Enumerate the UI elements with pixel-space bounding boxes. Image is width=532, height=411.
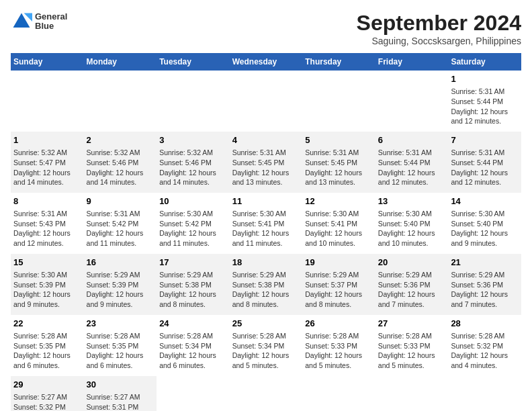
day-info: Sunrise: 5:31 AMSunset: 5:44 PMDaylight:… — [451, 87, 508, 125]
day-info: Sunrise: 5:30 AMSunset: 5:39 PMDaylight:… — [13, 271, 71, 308]
day-info: Sunrise: 5:32 AMSunset: 5:47 PMDaylight:… — [13, 148, 71, 186]
day-info: Sunrise: 5:28 AMSunset: 5:35 PMDaylight:… — [87, 332, 144, 369]
calendar-cell: 8Sunrise: 5:31 AMSunset: 5:43 PMDaylight… — [11, 193, 84, 254]
day-info: Sunrise: 5:30 AMSunset: 5:42 PMDaylight:… — [159, 210, 216, 247]
calendar-week-row: 1Sunrise: 5:31 AMSunset: 5:44 PMDaylight… — [11, 71, 521, 132]
day-info: Sunrise: 5:28 AMSunset: 5:33 PMDaylight:… — [378, 332, 435, 369]
day-number: 7 — [451, 134, 519, 146]
day-info: Sunrise: 5:31 AMSunset: 5:44 PMDaylight:… — [451, 148, 508, 186]
day-info: Sunrise: 5:29 AMSunset: 5:39 PMDaylight:… — [87, 271, 144, 308]
col-thursday: Thursday — [302, 53, 375, 71]
calendar-cell: 13Sunrise: 5:30 AMSunset: 5:40 PMDayligh… — [375, 193, 449, 254]
day-info: Sunrise: 5:30 AMSunset: 5:41 PMDaylight:… — [232, 210, 290, 247]
day-info: Sunrise: 5:29 AMSunset: 5:38 PMDaylight:… — [159, 271, 216, 308]
day-info: Sunrise: 5:31 AMSunset: 5:44 PMDaylight:… — [378, 148, 435, 186]
calendar-cell: 9Sunrise: 5:31 AMSunset: 5:42 PMDaylight… — [84, 193, 157, 254]
calendar-cell — [375, 71, 449, 132]
day-number: 10 — [159, 195, 227, 208]
day-info: Sunrise: 5:28 AMSunset: 5:32 PMDaylight:… — [451, 332, 508, 369]
col-monday: Monday — [84, 53, 157, 71]
calendar-cell: 11Sunrise: 5:30 AMSunset: 5:41 PMDayligh… — [230, 193, 303, 254]
calendar-cell: 15Sunrise: 5:30 AMSunset: 5:39 PMDayligh… — [11, 254, 84, 315]
day-info: Sunrise: 5:27 AMSunset: 5:32 PMDaylight:… — [13, 393, 71, 411]
day-number: 5 — [305, 134, 373, 146]
calendar-cell: 28Sunrise: 5:28 AMSunset: 5:32 PMDayligh… — [448, 315, 521, 376]
calendar-cell: 24Sunrise: 5:28 AMSunset: 5:34 PMDayligh… — [157, 315, 230, 376]
day-info: Sunrise: 5:32 AMSunset: 5:46 PMDaylight:… — [159, 148, 216, 186]
day-info: Sunrise: 5:31 AMSunset: 5:45 PMDaylight:… — [232, 148, 290, 186]
calendar-cell: 10Sunrise: 5:30 AMSunset: 5:42 PMDayligh… — [157, 193, 230, 254]
calendar-cell — [302, 71, 375, 132]
calendar-cell: 3Sunrise: 5:32 AMSunset: 5:46 PMDaylight… — [157, 132, 230, 193]
calendar-cell: 6Sunrise: 5:31 AMSunset: 5:44 PMDaylight… — [375, 132, 449, 193]
day-number: 12 — [305, 195, 373, 208]
calendar-cell: 25Sunrise: 5:28 AMSunset: 5:34 PMDayligh… — [230, 315, 303, 376]
day-info: Sunrise: 5:31 AMSunset: 5:45 PMDaylight:… — [305, 148, 362, 186]
day-info: Sunrise: 5:30 AMSunset: 5:41 PMDaylight:… — [305, 210, 362, 247]
calendar-cell — [157, 71, 230, 132]
day-number: 18 — [232, 257, 300, 269]
calendar-cell: 21Sunrise: 5:29 AMSunset: 5:36 PMDayligh… — [448, 254, 521, 315]
day-info: Sunrise: 5:29 AMSunset: 5:38 PMDaylight:… — [232, 271, 290, 308]
col-tuesday: Tuesday — [157, 53, 230, 71]
page-title: September 2024 — [357, 11, 521, 36]
calendar-week-row: 1Sunrise: 5:32 AMSunset: 5:47 PMDaylight… — [11, 132, 521, 193]
day-info: Sunrise: 5:29 AMSunset: 5:36 PMDaylight:… — [451, 271, 508, 308]
calendar-cell: 20Sunrise: 5:29 AMSunset: 5:36 PMDayligh… — [375, 254, 449, 315]
calendar-cell: 27Sunrise: 5:28 AMSunset: 5:33 PMDayligh… — [375, 315, 449, 376]
header: General Blue September 2024 Saguing, Soc… — [11, 11, 521, 46]
day-number: 8 — [13, 195, 81, 208]
calendar-cell: 17Sunrise: 5:29 AMSunset: 5:38 PMDayligh… — [157, 254, 230, 315]
calendar-cell — [375, 376, 449, 411]
calendar-cell: 16Sunrise: 5:29 AMSunset: 5:39 PMDayligh… — [84, 254, 157, 315]
day-number: 25 — [232, 318, 300, 330]
calendar-cell: 23Sunrise: 5:28 AMSunset: 5:35 PMDayligh… — [84, 315, 157, 376]
day-number: 17 — [159, 257, 227, 269]
logo: General Blue — [11, 11, 67, 32]
calendar-cell — [448, 376, 521, 411]
day-number: 28 — [451, 318, 519, 330]
day-number: 9 — [87, 195, 154, 208]
day-info: Sunrise: 5:28 AMSunset: 5:33 PMDaylight:… — [305, 332, 362, 369]
calendar-cell: 30Sunrise: 5:27 AMSunset: 5:31 PMDayligh… — [84, 376, 157, 411]
day-number: 15 — [13, 257, 81, 269]
col-saturday: Saturday — [448, 53, 521, 71]
calendar-cell: 18Sunrise: 5:29 AMSunset: 5:38 PMDayligh… — [230, 254, 303, 315]
calendar-cell — [157, 376, 230, 411]
calendar-cell: 4Sunrise: 5:31 AMSunset: 5:45 PMDaylight… — [230, 132, 303, 193]
calendar-cell: 14Sunrise: 5:30 AMSunset: 5:40 PMDayligh… — [448, 193, 521, 254]
day-number: 6 — [378, 134, 446, 146]
day-number: 30 — [87, 379, 154, 391]
calendar-cell: 7Sunrise: 5:31 AMSunset: 5:44 PMDaylight… — [448, 132, 521, 193]
day-number: 3 — [159, 134, 227, 146]
col-friday: Friday — [375, 53, 449, 71]
calendar-cell: 12Sunrise: 5:30 AMSunset: 5:41 PMDayligh… — [302, 193, 375, 254]
day-info: Sunrise: 5:28 AMSunset: 5:35 PMDaylight:… — [13, 332, 71, 369]
page-subtitle: Saguing, Soccsksargen, Philippines — [357, 36, 521, 46]
day-number: 13 — [378, 195, 446, 208]
day-number: 16 — [87, 257, 154, 269]
calendar-cell — [230, 71, 303, 132]
logo-text: General Blue — [35, 12, 67, 32]
day-number: 27 — [378, 318, 446, 330]
calendar-week-row: 29Sunrise: 5:27 AMSunset: 5:32 PMDayligh… — [11, 376, 521, 411]
day-info: Sunrise: 5:28 AMSunset: 5:34 PMDaylight:… — [159, 332, 216, 369]
day-info: Sunrise: 5:30 AMSunset: 5:40 PMDaylight:… — [378, 210, 435, 247]
calendar-cell — [230, 376, 303, 411]
day-number: 24 — [159, 318, 227, 330]
calendar-cell: 1Sunrise: 5:32 AMSunset: 5:47 PMDaylight… — [11, 132, 84, 193]
calendar-cell: 1Sunrise: 5:31 AMSunset: 5:44 PMDaylight… — [448, 71, 521, 132]
day-info: Sunrise: 5:29 AMSunset: 5:37 PMDaylight:… — [305, 271, 362, 308]
calendar-cell: 2Sunrise: 5:32 AMSunset: 5:46 PMDaylight… — [84, 132, 157, 193]
calendar-cell — [11, 71, 84, 132]
title-block: September 2024 Saguing, Soccsksargen, Ph… — [357, 11, 521, 46]
col-wednesday: Wednesday — [230, 53, 303, 71]
day-info: Sunrise: 5:32 AMSunset: 5:46 PMDaylight:… — [87, 148, 144, 186]
day-number: 1 — [13, 134, 81, 146]
day-number: 4 — [232, 134, 300, 146]
day-number: 11 — [232, 195, 300, 208]
day-info: Sunrise: 5:30 AMSunset: 5:40 PMDaylight:… — [451, 210, 508, 247]
day-info: Sunrise: 5:29 AMSunset: 5:36 PMDaylight:… — [378, 271, 435, 308]
calendar-week-row: 8Sunrise: 5:31 AMSunset: 5:43 PMDaylight… — [11, 193, 521, 254]
day-number: 1 — [451, 73, 519, 85]
